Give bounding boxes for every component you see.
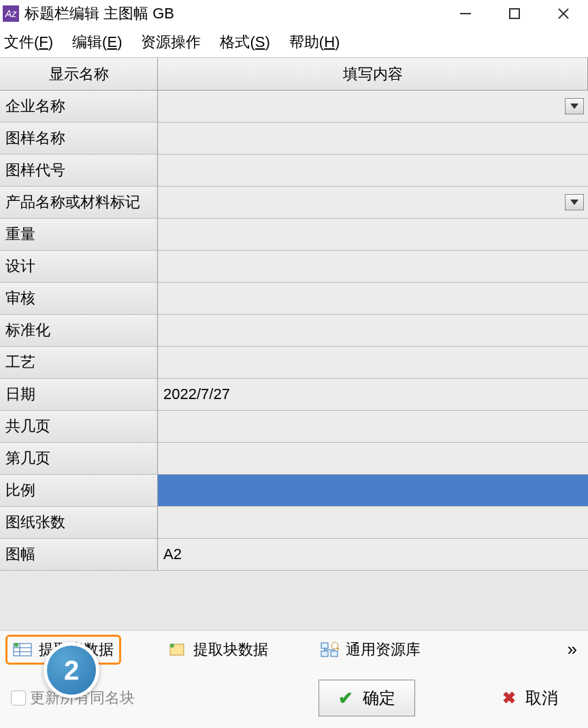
label-page-number: 第几页 [0,443,158,474]
label-drawing-code: 图样代号 [0,155,158,186]
row-review: 审核 [0,283,588,315]
library-icon [320,642,339,658]
grid-header: 显示名称 填写内容 [0,58,588,91]
label-standardization: 标准化 [0,315,158,346]
row-weight: 重量 [0,219,588,251]
row-sheet-count: 图纸张数 [0,507,588,539]
label-total-pages: 共几页 [0,411,158,442]
menu-format[interactable]: 格式(S) [220,32,270,52]
row-process: 工艺 [0,347,588,379]
title-bar: Az 标题栏编辑 主图幅 GB [0,0,588,27]
row-standardization: 标准化 [0,315,588,347]
label-design: 设计 [0,251,158,282]
resource-library-button[interactable]: 通用资源库 [314,637,426,663]
table-icon [13,642,32,658]
row-scale: 比例 [0,475,588,507]
value-design[interactable] [158,251,588,282]
dropdown-icon[interactable] [565,194,584,210]
value-sheet-count[interactable] [158,507,588,538]
close-button[interactable] [553,3,574,25]
label-date: 日期 [0,379,158,410]
value-page-number[interactable] [158,443,588,474]
value-standardization[interactable] [158,315,588,346]
minimize-button[interactable] [455,3,476,25]
resource-library-label: 通用资源库 [346,639,421,660]
block-icon [167,642,186,658]
value-weight[interactable] [158,219,588,250]
row-drawing-code: 图样代号 [0,155,588,187]
extract-block-label: 提取块数据 [193,639,268,660]
step-badge: 2 [44,642,99,698]
row-date: 日期 2022/7/27 [0,379,588,411]
svg-rect-1 [510,9,519,18]
menu-file[interactable]: 文件(F) [4,32,53,52]
row-design: 设计 [0,251,588,283]
more-tools-button[interactable]: » [568,639,583,660]
header-content[interactable]: 填写内容 [158,58,588,90]
svg-marker-5 [570,200,578,205]
label-process: 工艺 [0,347,158,378]
property-grid: 显示名称 填写内容 企业名称 图样名称 图样代号 产品名称或材料标记 重量 设计… [0,57,588,571]
svg-line-20 [337,648,339,650]
label-review: 审核 [0,283,158,314]
maximize-button[interactable] [504,3,525,25]
row-total-pages: 共几页 [0,411,588,443]
svg-point-12 [170,644,174,648]
svg-point-10 [14,643,18,647]
value-product-material[interactable] [158,187,588,218]
value-date[interactable]: 2022/7/27 [158,379,588,410]
label-enterprise-name: 企业名称 [0,91,158,122]
header-name[interactable]: 显示名称 [0,58,158,90]
ok-button[interactable]: ✔ 确定 [318,680,415,716]
window-title: 标题栏编辑 主图幅 GB [24,3,455,24]
row-frame-size: 图幅 A2 [0,539,588,571]
value-drawing-code[interactable] [158,155,588,186]
x-icon: ✖ [502,689,516,708]
menu-edit[interactable]: 编辑(E) [72,32,122,52]
menu-resource[interactable]: 资源操作 [141,32,201,52]
value-process[interactable] [158,347,588,378]
value-scale[interactable] [158,475,588,506]
footer-buttons: ✔ 确定 ✖ 取消 [318,680,577,716]
ok-label: 确定 [363,687,395,709]
value-enterprise-name[interactable] [158,91,588,122]
checkbox-icon [11,691,26,706]
row-drawing-name: 图样名称 [0,123,588,155]
label-weight: 重量 [0,219,158,250]
value-frame-size[interactable]: A2 [158,539,588,570]
label-scale: 比例 [0,475,158,506]
row-page-number: 第几页 [0,443,588,475]
window-controls [455,3,585,25]
app-icon: Az [3,5,19,22]
check-icon: ✔ [338,688,353,709]
cancel-label: 取消 [525,687,558,709]
value-total-pages[interactable] [158,411,588,442]
menu-bar: 文件(F) 编辑(E) 资源操作 格式(S) 帮助(H) [0,27,588,57]
svg-rect-15 [331,651,338,656]
menu-help[interactable]: 帮助(H) [289,32,340,52]
cancel-button[interactable]: ✖ 取消 [483,680,577,716]
row-product-material: 产品名称或材料标记 [0,187,588,219]
label-product-material: 产品名称或材料标记 [0,187,158,218]
svg-rect-13 [321,643,328,648]
value-drawing-name[interactable] [158,123,588,154]
extract-block-data-button[interactable]: 提取块数据 [162,637,274,663]
label-frame-size: 图幅 [0,539,158,570]
dropdown-icon[interactable] [565,98,584,114]
value-review[interactable] [158,283,588,314]
svg-rect-14 [321,651,328,656]
label-sheet-count: 图纸张数 [0,507,158,538]
row-enterprise-name: 企业名称 [0,91,588,123]
svg-marker-4 [570,104,578,109]
label-drawing-name: 图样名称 [0,123,158,154]
